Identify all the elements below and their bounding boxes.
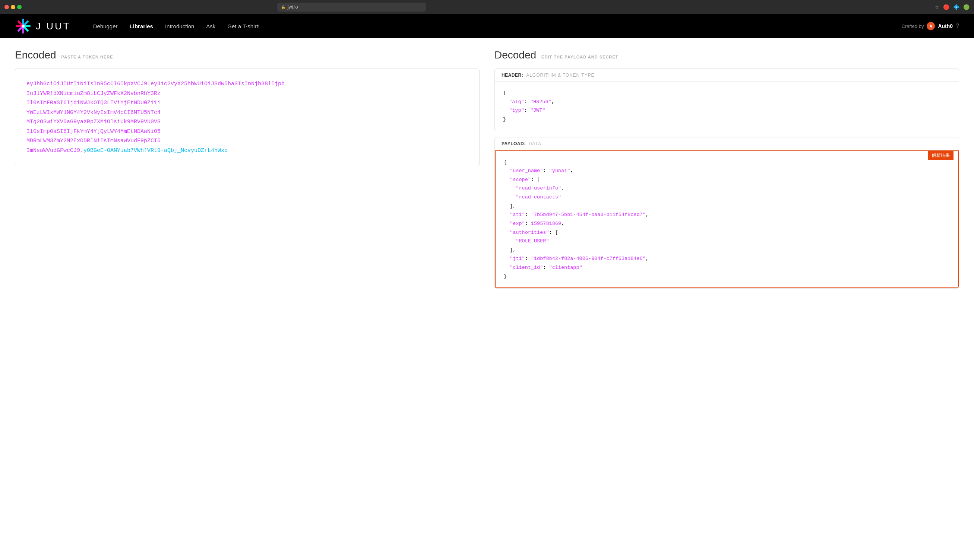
- exp-value: 1595781869: [531, 221, 561, 227]
- nav-libraries[interactable]: Libraries: [130, 23, 153, 29]
- extension-icon3[interactable]: 🟢: [963, 4, 969, 10]
- exp-key: "exp": [510, 221, 525, 227]
- nav-links: Debugger Libraries Introduction Ask Get …: [93, 23, 902, 29]
- lock-icon: 🔒: [281, 5, 286, 9]
- browser-chrome: 🔒 jwt.io ☆ 🔴 💠 🟢: [0, 0, 974, 14]
- encoded-title: Encoded PASTE A TOKEN HERE: [15, 49, 479, 61]
- user-name-key: "user_name": [510, 168, 543, 173]
- payload-section-header: PAYLOAD: DATA: [495, 137, 959, 150]
- alg-key: "alg": [509, 99, 524, 105]
- url-text: jwt.io: [287, 5, 298, 10]
- navbar: J UUT Debugger Libraries Introduction As…: [0, 14, 974, 38]
- typ-value: "JWT": [530, 108, 546, 113]
- client-id-value: "clientapp": [549, 265, 582, 270]
- header-json-body[interactable]: { "alg": "HS256", "typ": "JWT" }: [495, 82, 959, 131]
- decoded-title-text: Decoded: [495, 49, 536, 61]
- svg-point-8: [22, 25, 25, 28]
- payload-section: PAYLOAD: DATA 解析结果 { "user_name": "yunai…: [495, 137, 959, 289]
- nav-tshirt[interactable]: Get a T-shirt!: [227, 23, 259, 29]
- logo-area: J UUT: [15, 18, 71, 34]
- token-dot2: .: [80, 147, 84, 154]
- decoded-subtitle: EDIT THE PAYLOAD AND SECRET: [541, 55, 618, 59]
- close-window-button[interactable]: [5, 5, 9, 9]
- ati-key: "ati": [510, 212, 525, 217]
- header-sublabel: ALGORITHM & TOKEN TYPE: [526, 73, 594, 78]
- crafted-by: Crafted by A Auth0 ?: [901, 22, 959, 30]
- scope-item2: "read_contacts": [516, 194, 561, 200]
- crafted-by-text: Crafted by: [901, 23, 924, 29]
- token-header-part: eyJhbGciOiJIUzI1NiIsInR5cCI6IkpXVCJ9.: [27, 81, 150, 87]
- header-section: HEADER: ALGORITHM & TOKEN TYPE { "alg": …: [495, 68, 959, 131]
- parse-result-badge: 解析结果: [928, 151, 954, 160]
- payload-open-brace: {: [504, 159, 507, 165]
- logo-text: J UUT: [36, 20, 71, 32]
- address-bar[interactable]: 🔒 jwt.io: [277, 3, 426, 12]
- nav-debugger[interactable]: Debugger: [93, 23, 118, 29]
- jti-key: "jti": [510, 256, 525, 262]
- bookmark-icon[interactable]: ☆: [934, 4, 939, 10]
- extension-icon2[interactable]: 💠: [953, 4, 959, 10]
- encoded-subtitle: PASTE A TOKEN HERE: [62, 55, 113, 59]
- window-controls: [5, 5, 22, 9]
- typ-key: "typ": [509, 108, 524, 113]
- header-close-brace: }: [503, 117, 506, 122]
- header-label: HEADER:: [501, 73, 523, 78]
- extension-icon1[interactable]: 🔴: [943, 4, 949, 10]
- header-open-brace: {: [503, 90, 506, 96]
- ati-value: "7b5bd947-5bb1-454f-baa3-b11f54f8ced7": [531, 212, 646, 217]
- payload-sublabel: DATA: [529, 141, 541, 146]
- scope-item1: "read_userinfo": [516, 185, 561, 191]
- decoded-title: Decoded EDIT THE PAYLOAD AND SECRET: [495, 49, 959, 61]
- browser-actions: ☆ 🔴 💠 🟢: [934, 4, 969, 10]
- user-name-value: "yunai": [549, 168, 570, 173]
- encoded-panel: Encoded PASTE A TOKEN HERE eyJhbGciOiJIU…: [15, 49, 479, 295]
- auth0-text: Auth0: [938, 23, 953, 29]
- header-section-header: HEADER: ALGORITHM & TOKEN TYPE: [495, 69, 959, 82]
- jti-value: "1dbf8b42-f82a-4006-904f-c7ff63a184e6": [531, 256, 646, 262]
- token-payload-part: eyJ1c2VyX25hbWUiOiJSdW5haSIsInNjb3BlIjpb…: [27, 81, 285, 154]
- payload-close-brace: }: [504, 274, 507, 279]
- authority-value: "ROLE_USER": [516, 238, 549, 244]
- authorities-key: "authorities": [510, 230, 549, 235]
- encoded-title-text: Encoded: [15, 49, 56, 61]
- jwt-logo-icon: [15, 18, 31, 34]
- encoded-token-box[interactable]: eyJhbGciOiJIUzI1NiIsInR5cCI6IkpXVCJ9.eyJ…: [15, 68, 479, 166]
- alg-value: "HS256": [530, 99, 551, 105]
- main-content: Encoded PASTE A TOKEN HERE eyJhbGciOiJIU…: [0, 38, 974, 306]
- token-signature-part: y0BGeE-OANYiab7VWhfVRt9-aQbj_NcvyuDZrL4h…: [84, 147, 228, 154]
- auth0-logo-icon: A: [927, 22, 935, 30]
- decoded-panel: Decoded EDIT THE PAYLOAD AND SECRET HEAD…: [495, 49, 959, 295]
- maximize-window-button[interactable]: [17, 5, 22, 9]
- help-icon[interactable]: ?: [956, 23, 959, 29]
- payload-label: PAYLOAD:: [501, 141, 526, 146]
- client-id-key: "client_id": [510, 265, 543, 270]
- nav-introduction[interactable]: Introduction: [165, 23, 194, 29]
- payload-json-body[interactable]: 解析结果 { "user_name": "yunai", "scope": [ …: [495, 150, 959, 288]
- scope-key: "scope": [510, 177, 531, 182]
- nav-ask[interactable]: Ask: [206, 23, 216, 29]
- minimize-window-button[interactable]: [11, 5, 15, 9]
